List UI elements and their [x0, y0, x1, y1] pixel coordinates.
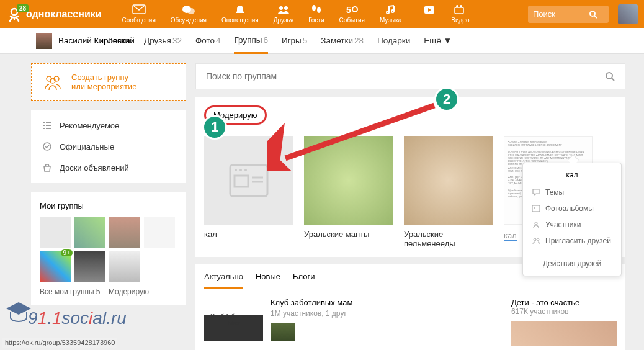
profile-name: Василий Кировский	[58, 36, 135, 45]
svg-point-29	[537, 238, 539, 241]
check-icon	[42, 141, 52, 151]
search-input[interactable]	[533, 9, 589, 19]
annotation-step-2: 2	[434, 87, 459, 112]
site-logo[interactable]: 28 одноклассники	[6, 6, 102, 22]
my-groups-title: Мои группы	[40, 201, 177, 210]
sidebar-item-recommended[interactable]: Рекомендуемое	[31, 115, 186, 136]
search-icon[interactable]	[605, 71, 615, 81]
nav-messages[interactable]: Сообщения	[117, 4, 161, 24]
featured-image: Клуб Заботливых Мам	[204, 298, 263, 341]
svg-text:5: 5	[346, 5, 351, 15]
nav-events[interactable]: 5События	[334, 4, 370, 24]
actual-tab-current[interactable]: Актуально	[204, 272, 243, 289]
nav-friends[interactable]: Друзья	[269, 4, 298, 24]
music-icon	[384, 4, 398, 16]
tab-gifts[interactable]: Подарки	[377, 29, 410, 53]
featured-card[interactable]: Клуб Заботливых Мам Клуб заботливых мам …	[204, 298, 352, 346]
group-card[interactable]: Уральские манты	[304, 136, 393, 248]
group-popup: кал Темы Фотоальбомы Участники Пригласит…	[522, 163, 622, 276]
sidebar-item-official[interactable]: Официальные	[31, 136, 186, 157]
svg-point-23	[239, 169, 242, 171]
group-thumb[interactable]	[40, 217, 71, 248]
status-bar-url: https://ok.ru/group/53359428173960	[2, 338, 117, 348]
sub-thumb	[271, 323, 295, 341]
footprints-icon	[310, 4, 323, 16]
person-icon	[532, 220, 540, 229]
profile-user[interactable]: Василий Кировский	[36, 33, 135, 49]
my-groups-panel: Мои группы 9+ Все мои группы 5 Модерирую	[31, 192, 186, 305]
svg-point-6	[312, 5, 316, 11]
featured-card[interactable]: Дети - это счастье 617К участников	[511, 298, 617, 346]
actual-tab-blogs[interactable]: Блоги	[293, 272, 315, 289]
group-search-bar	[195, 63, 625, 89]
tab-more[interactable]: Ещё ▼	[424, 29, 452, 53]
sidebar-menu: Рекомендуемое Официальные Доски объявлен…	[31, 110, 186, 183]
all-groups-link[interactable]: Все мои группы 5	[40, 287, 101, 296]
svg-point-14	[590, 11, 595, 16]
featured-image	[511, 321, 617, 346]
popup-albums[interactable]: Фотоальбомы	[523, 200, 621, 217]
group-thumb[interactable]: 9+	[40, 251, 71, 282]
svg-point-3	[187, 8, 195, 14]
svg-point-12	[456, 5, 458, 7]
top-header: 28 одноклассники Сообщения Обсуждения Оп…	[0, 0, 644, 28]
tab-friends[interactable]: Друзья32	[144, 29, 182, 53]
nav-video[interactable]	[418, 4, 441, 24]
list-icon	[42, 120, 52, 130]
tab-notes[interactable]: Заметки28	[321, 29, 364, 53]
group-search-input[interactable]	[206, 71, 605, 81]
group-card[interactable]: Уральские пельменееды	[404, 136, 493, 248]
popup-topics[interactable]: Темы	[523, 184, 621, 200]
tab-games[interactable]: Игры5	[282, 29, 307, 53]
actual-section: Актуально Новые Блоги Клуб Заботливых Ма…	[195, 264, 625, 350]
watermark: 91.1social.ru	[9, 308, 127, 328]
graduation-cap-icon	[3, 299, 34, 324]
tab-groups[interactable]: Группы6	[234, 28, 268, 54]
chat-icon	[182, 4, 195, 16]
group-thumb[interactable]	[144, 217, 175, 248]
nav-notifications[interactable]: Оповещения	[217, 4, 264, 24]
events-icon: 5	[345, 4, 359, 16]
search-icon	[589, 10, 597, 19]
group-icon	[43, 74, 64, 90]
actual-tab-new[interactable]: Новые	[256, 272, 280, 289]
svg-point-7	[317, 7, 321, 13]
people-icon	[277, 4, 290, 16]
group-thumb[interactable]	[109, 251, 140, 282]
nav-discussions[interactable]: Обсуждения	[166, 4, 212, 24]
group-card[interactable]: кал	[204, 136, 293, 248]
svg-point-5	[284, 6, 288, 10]
header-nav: Сообщения Обсуждения Оповещения Друзья Г…	[117, 4, 475, 24]
group-thumb[interactable]	[74, 251, 105, 282]
svg-point-28	[534, 238, 536, 241]
popup-footer[interactable]: Действия друзей	[523, 253, 621, 271]
popup-title: кал	[523, 168, 621, 184]
envelope-icon	[132, 4, 146, 16]
bell-icon	[233, 4, 247, 16]
svg-rect-11	[455, 7, 463, 14]
header-search[interactable]	[528, 6, 609, 23]
basket-icon	[42, 163, 52, 173]
notification-badge: 28	[17, 4, 29, 12]
profile-avatar	[36, 33, 52, 49]
svg-point-13	[460, 5, 462, 7]
nav-video-label[interactable]: Видео	[446, 4, 474, 24]
nav-music[interactable]: Музыка	[375, 4, 406, 24]
popup-invite[interactable]: Пригласить друзей	[523, 233, 621, 249]
svg-point-22	[235, 169, 237, 171]
create-group-button[interactable]: Создать группуили мероприятие	[31, 63, 186, 101]
invite-icon	[532, 236, 540, 245]
user-avatar[interactable]	[618, 4, 638, 24]
sidebar-item-boards[interactable]: Доски объявлений	[31, 157, 186, 178]
tab-photos[interactable]: Фото4	[195, 29, 221, 53]
group-thumb[interactable]	[74, 217, 105, 248]
nav-guests[interactable]: Гости	[303, 4, 329, 24]
popup-members[interactable]: Участники	[523, 217, 621, 233]
group-thumb[interactable]	[109, 217, 140, 248]
chat-icon	[532, 188, 540, 197]
image-icon	[532, 204, 540, 213]
profile-tabs: Василий Кировский Лента Друзья32 Фото4 Г…	[0, 28, 644, 54]
moderate-link[interactable]: Модерирую	[109, 287, 149, 296]
svg-point-4	[279, 6, 283, 10]
svg-rect-21	[235, 176, 248, 187]
